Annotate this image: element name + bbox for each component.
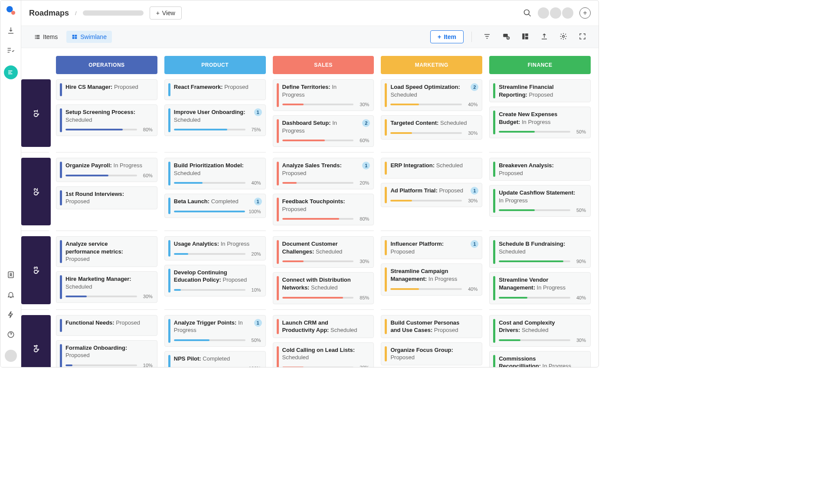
bolt-icon[interactable] — [6, 310, 16, 319]
column-header-marketing[interactable]: MARKETING — [381, 56, 482, 74]
roadmap-card[interactable]: Usage Analytics: In Progress20% — [164, 236, 266, 260]
link-icon[interactable] — [502, 33, 511, 41]
column-header-sales[interactable]: SALES — [273, 56, 374, 74]
avatar[interactable] — [538, 7, 549, 19]
roadmap-card[interactable]: Document Customer Challenges: Scheduled3… — [273, 236, 374, 268]
card-title-line: Update Cashflow Statement: In Progress — [499, 189, 586, 204]
breadcrumb-placeholder[interactable] — [83, 10, 144, 16]
roadmap-card[interactable]: 1st Round Interviews: Proposed — [56, 186, 157, 209]
roadmap-card[interactable]: Beta Launch: Completed100%1 — [164, 194, 266, 218]
column-header-product[interactable]: PRODUCT — [164, 56, 266, 74]
add-collaborator-button[interactable]: + — [579, 7, 591, 19]
card-status: In Progress — [499, 197, 527, 204]
contacts-icon[interactable] — [6, 270, 16, 280]
roadmap-card[interactable]: Analyze Trigger Points: In Progress50%1 — [164, 315, 266, 347]
card-status: Scheduled — [330, 327, 357, 333]
roadmap-card[interactable]: Build Customer Personas and Use Cases: P… — [381, 315, 482, 338]
card-badge[interactable]: 1 — [254, 108, 262, 116]
card-title-line: Hire Marketing Manager: Scheduled — [65, 275, 153, 290]
roadmap-card[interactable]: Targeted Content: Scheduled30% — [381, 115, 482, 140]
roadmap-card[interactable]: Streamline Campaign Management: In Progr… — [381, 263, 482, 295]
roadmap-card[interactable]: Formalize Onboarding: Proposed10% — [56, 340, 157, 367]
card-title-line: Analyze Sales Trends: Proposed — [282, 162, 370, 177]
roadmap-card[interactable]: Setup Screening Process: Scheduled80% — [56, 104, 157, 136]
roadmap-card[interactable]: Commissions Reconcilliation: In Progress… — [489, 351, 591, 367]
roadmap-card[interactable]: Hire Marketing Manager: Scheduled30% — [56, 271, 157, 303]
export-icon[interactable] — [540, 33, 549, 41]
gear-icon[interactable] — [559, 33, 568, 41]
search-icon[interactable] — [523, 9, 532, 17]
card-title-line: Streamline Campaign Management: In Progr… — [390, 267, 478, 283]
roadmap-card[interactable]: React Framework: Proposed — [164, 79, 266, 100]
roadmap-card[interactable]: Functional Needs: Proposed — [56, 315, 157, 336]
roadmap-card[interactable]: Analyze Sales Trends: Proposed20%1 — [273, 158, 374, 189]
card-color-bar — [385, 240, 387, 255]
progress-bar — [390, 200, 462, 202]
roadmap-card[interactable]: Streamline Financial Reporting: Proposed — [489, 79, 591, 102]
roadmap-icon[interactable] — [4, 65, 18, 79]
bell-icon[interactable] — [6, 290, 16, 299]
roadmap-card[interactable]: Analyze service performance metrics: Pro… — [56, 236, 157, 267]
progress-bar — [174, 339, 245, 341]
cell-q1-finance: Streamline Financial Reporting: Proposed… — [489, 74, 591, 153]
roadmap-card[interactable]: Organize Focus Group: Proposed — [381, 342, 482, 365]
roadmap-card[interactable]: Connect with Distribution Networks: Sche… — [273, 272, 374, 304]
user-avatar[interactable] — [5, 350, 17, 362]
roadmap-card[interactable]: Improve User Onboarding: Scheduled75%1 — [164, 104, 266, 136]
collaborator-avatars[interactable] — [538, 7, 573, 19]
add-item-button[interactable]: + Item — [430, 30, 464, 43]
list-check-icon[interactable] — [6, 46, 16, 55]
help-icon[interactable] — [6, 330, 16, 339]
layout-icon[interactable] — [521, 33, 530, 41]
progress-bar — [65, 364, 137, 366]
filter-icon[interactable] — [483, 33, 492, 41]
roadmap-card[interactable]: NPS Pilot: Completed100% — [164, 351, 266, 367]
progress-row: 30% — [282, 365, 370, 367]
card-status: Scheduled — [522, 327, 548, 333]
roadmap-card[interactable]: Hire CS Manager: Proposed — [56, 79, 157, 100]
roadmap-card[interactable]: Schedule B Fundraising: Scheduled90% — [489, 236, 591, 268]
avatar[interactable] — [562, 7, 573, 19]
card-title: Analyze Trigger Points: — [174, 319, 236, 326]
progress-fill — [282, 218, 340, 220]
roadmap-card[interactable]: Create New Expenses Budget: In Progress5… — [489, 107, 591, 138]
roadmap-card[interactable]: Dashboard Setup: In Progress60%2 — [273, 115, 374, 147]
svg-rect-16 — [503, 34, 508, 37]
roadmap-card[interactable]: Ad Platform Trial: Proposed30%1 — [381, 183, 482, 207]
app-logo[interactable] — [6, 6, 16, 15]
roadmap-card[interactable]: Feedback Touchpoints: Proposed80% — [273, 194, 374, 225]
progress-percent: 10% — [141, 363, 153, 367]
card-title-line: Cold Calling on Lead Lists: Scheduled — [282, 346, 370, 361]
roadmap-card[interactable]: Develop Continuing Education Policy: Pro… — [164, 265, 266, 296]
tab-swimlane-label: Swimlane — [80, 33, 107, 40]
card-status: Scheduled — [65, 117, 92, 123]
add-view-button[interactable]: + View — [150, 7, 182, 20]
tab-items[interactable]: Items — [29, 31, 63, 43]
download-icon[interactable] — [6, 26, 16, 35]
roadmap-card[interactable]: Streamline Vendor Management: In Progres… — [489, 272, 591, 304]
fullscreen-icon[interactable] — [579, 33, 587, 41]
roadmap-card[interactable]: Influencer Platform: Proposed1 — [381, 236, 482, 259]
tab-swimlane[interactable]: Swimlane — [66, 31, 112, 43]
roadmap-card[interactable]: Organize Payroll: In Progress60% — [56, 158, 157, 182]
roadmap-card[interactable]: Define Territories: In Progress30% — [273, 79, 374, 111]
roadmap-card[interactable]: Breakeven Analysis: Proposed — [489, 158, 591, 181]
card-badge[interactable]: 1 — [254, 198, 262, 205]
roadmap-card[interactable]: ERP Integration: Scheduled — [381, 158, 482, 179]
card-title: Schedule B Fundraising: — [499, 241, 565, 247]
roadmap-card[interactable]: Cold Calling on Lead Lists: Scheduled30% — [273, 342, 374, 367]
roadmap-card[interactable]: Build Prioritization Model: Scheduled40% — [164, 158, 266, 189]
card-badge[interactable]: 1 — [254, 319, 262, 327]
progress-fill — [282, 260, 304, 262]
swimlane-view[interactable]: OPERATIONSPRODUCTSALESMARKETINGFINANCEQ1… — [21, 48, 599, 367]
roadmap-card[interactable]: Update Cashflow Statement: In Progress50… — [489, 185, 591, 217]
progress-row: 10% — [174, 287, 261, 293]
svg-rect-20 — [525, 37, 528, 39]
avatar[interactable] — [550, 7, 561, 19]
column-header-finance[interactable]: FINANCE — [489, 56, 591, 74]
column-header-operations[interactable]: OPERATIONS — [56, 56, 157, 74]
roadmap-card[interactable]: Launch CRM and Productivity App: Schedul… — [273, 315, 374, 338]
card-title: Setup Screening Process: — [65, 109, 135, 115]
roadmap-card[interactable]: Load Speed Optimization: Scheduled40%2 — [381, 79, 482, 111]
roadmap-card[interactable]: Cost and Complexity Drivers: Scheduled30… — [489, 315, 591, 347]
